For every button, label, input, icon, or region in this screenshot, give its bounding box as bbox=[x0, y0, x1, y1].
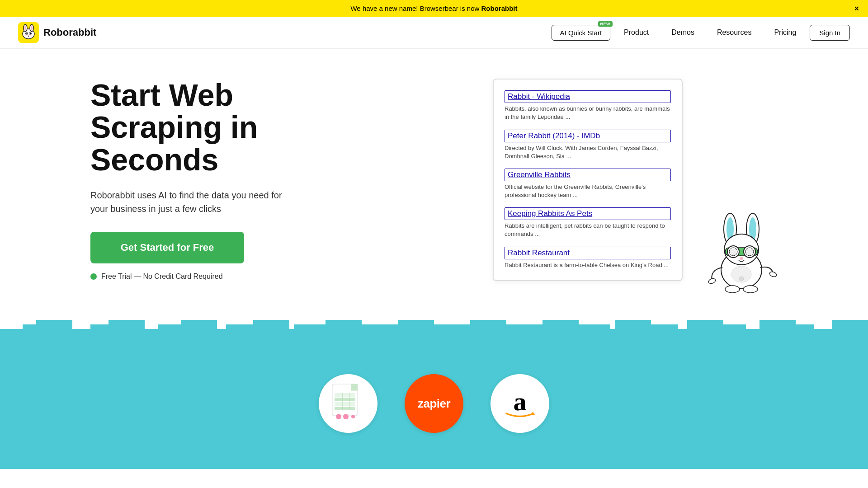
svg-point-29 bbox=[725, 286, 740, 293]
svg-point-8 bbox=[26, 33, 27, 34]
logo-icon bbox=[18, 22, 39, 43]
nav-demos[interactable]: Demos bbox=[662, 25, 703, 40]
svg-point-23 bbox=[745, 248, 754, 256]
sign-in-button[interactable]: Sign In bbox=[810, 25, 850, 41]
teal-section: zapier a bbox=[0, 338, 868, 469]
banner-close-button[interactable]: × bbox=[854, 4, 859, 13]
result-link[interactable]: Keeping Rabbits As Pets bbox=[505, 207, 671, 220]
google-sheets-integration[interactable] bbox=[319, 374, 377, 433]
search-result-item: Rabbit Restaurant Rabbit Restaurant is a… bbox=[505, 247, 671, 269]
new-badge: NEW bbox=[598, 21, 613, 27]
hero-subtitle: Roborabbit uses AI to find the data you … bbox=[90, 188, 289, 216]
svg-point-9 bbox=[30, 33, 31, 34]
svg-point-26 bbox=[769, 271, 777, 277]
google-sheets-icon bbox=[330, 383, 366, 424]
nav-product[interactable]: Product bbox=[615, 25, 658, 40]
banner-text: We have a new name! Browserbear is now R… bbox=[350, 5, 517, 12]
svg-point-39 bbox=[336, 414, 341, 419]
search-result-item: Greenville Rabbits Official website for … bbox=[505, 169, 671, 199]
result-link[interactable]: Greenville Rabbits bbox=[505, 169, 671, 181]
svg-rect-33 bbox=[335, 393, 355, 397]
svg-point-40 bbox=[343, 414, 349, 419]
svg-point-25 bbox=[708, 277, 716, 284]
svg-point-28 bbox=[739, 277, 744, 281]
result-description: Rabbits, also known as bunnies or bunny … bbox=[505, 105, 671, 121]
hero-section: Start Web Scraping in Seconds Roborabbit… bbox=[0, 49, 868, 302]
search-result-item: Keeping Rabbits As Pets Rabbits are inte… bbox=[505, 207, 671, 238]
result-description: Rabbits are intelligent, pet rabbits can… bbox=[505, 222, 671, 238]
svg-marker-43 bbox=[532, 412, 535, 415]
search-results-card: Rabbit - Wikipedia Rabbits, also known a… bbox=[493, 79, 683, 281]
search-result-item: Rabbit - Wikipedia Rabbits, also known a… bbox=[505, 90, 671, 121]
free-trial-notice: Free Trial — No Credit Card Required bbox=[90, 272, 362, 281]
amazon-integration[interactable]: a bbox=[491, 374, 549, 433]
amazon-icon: a bbox=[497, 390, 542, 417]
svg-point-30 bbox=[743, 286, 758, 293]
svg-point-21 bbox=[729, 248, 737, 256]
integrations-row: zapier a bbox=[0, 365, 868, 433]
svg-text:a: a bbox=[514, 390, 527, 416]
zapier-integration[interactable]: zapier bbox=[405, 374, 463, 433]
hero-left: Start Web Scraping in Seconds Roborabbit… bbox=[90, 79, 362, 281]
nav-resources[interactable]: Resources bbox=[708, 25, 760, 40]
svg-point-10 bbox=[28, 35, 29, 36]
green-dot-icon bbox=[90, 273, 97, 280]
svg-point-5 bbox=[31, 26, 33, 31]
result-link[interactable]: Rabbit Restaurant bbox=[505, 247, 671, 259]
result-link[interactable]: Peter Rabbit (2014) - IMDb bbox=[505, 130, 671, 142]
main-nav: Roborabbit AI Quick Start NEW Product De… bbox=[0, 17, 868, 49]
result-description: Rabbit Restaurant is a farm-to-table Che… bbox=[505, 261, 671, 269]
teal-section-wrapper: zapier a bbox=[0, 320, 868, 469]
nav-items: AI Quick Start NEW Product Demos Resourc… bbox=[552, 25, 850, 41]
result-description: Official website for the Greenville Rabb… bbox=[505, 183, 671, 199]
rabbit-mascot bbox=[705, 204, 778, 295]
svg-rect-34 bbox=[335, 398, 355, 401]
svg-point-41 bbox=[351, 415, 355, 418]
svg-point-11 bbox=[25, 34, 27, 37]
svg-rect-35 bbox=[335, 402, 355, 406]
result-link[interactable]: Rabbit - Wikipedia bbox=[505, 90, 671, 103]
result-description: Directed by Will Gluck. With James Corde… bbox=[505, 144, 671, 160]
svg-rect-36 bbox=[335, 407, 355, 410]
logo[interactable]: Roborabbit bbox=[18, 22, 96, 43]
ai-quick-start-button[interactable]: AI Quick Start NEW bbox=[552, 25, 611, 41]
zapier-label: zapier bbox=[418, 397, 450, 411]
svg-point-24 bbox=[740, 257, 743, 260]
announcement-banner: We have a new name! Browserbear is now R… bbox=[0, 0, 868, 17]
cta-button[interactable]: Get Started for Free bbox=[90, 232, 244, 263]
svg-rect-32 bbox=[351, 384, 358, 390]
hero-right: Rabbit - Wikipedia Rabbits, also known a… bbox=[362, 79, 814, 281]
svg-point-4 bbox=[24, 26, 26, 31]
hero-title: Start Web Scraping in Seconds bbox=[90, 79, 362, 176]
svg-point-12 bbox=[30, 34, 33, 37]
search-result-item: Peter Rabbit (2014) - IMDb Directed by W… bbox=[505, 130, 671, 160]
nav-pricing[interactable]: Pricing bbox=[765, 25, 805, 40]
